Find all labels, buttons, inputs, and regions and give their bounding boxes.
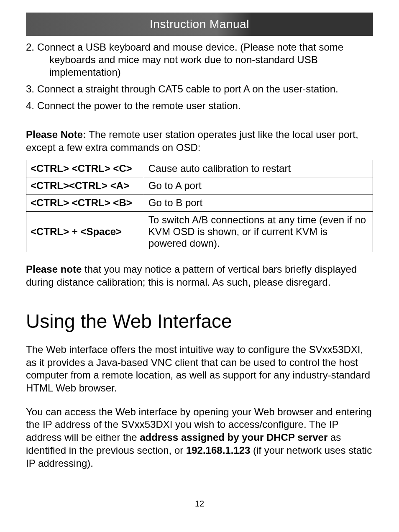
para2-bold2: 192.168.1.123 bbox=[186, 445, 250, 456]
paragraph-2: You can access the Web interface by open… bbox=[26, 406, 373, 470]
paragraph-1: The Web interface offers the most intuit… bbox=[26, 343, 373, 395]
note-1: Please Note: The remote user station ope… bbox=[26, 128, 373, 154]
step-2-line2: keyboards and mice may not work due to n… bbox=[38, 54, 318, 65]
para2-bold1: address assigned by your DHCP server bbox=[140, 432, 327, 443]
cmd-cell: <CTRL> <CTRL> <B> bbox=[26, 194, 144, 212]
table-row: <CTRL><CTRL> <A> Go to A port bbox=[26, 177, 373, 194]
page-number: 12 bbox=[26, 499, 373, 509]
note-1-label: Please Note: bbox=[26, 129, 86, 140]
cmd-cell: <CTRL><CTRL> <A> bbox=[26, 177, 144, 194]
steps-list: 2. Connect a USB keyboard and mouse devi… bbox=[26, 41, 373, 112]
section-heading: Using the Web Interface bbox=[26, 310, 373, 332]
step-4: 4. Connect the power to the remote user … bbox=[26, 100, 373, 112]
header-banner: Instruction Manual bbox=[26, 13, 373, 36]
step-2-line3: implementation) bbox=[38, 66, 121, 78]
step-2: 2. Connect a USB keyboard and mouse devi… bbox=[26, 41, 373, 79]
step-2-num: 2. bbox=[26, 41, 37, 53]
commands-table: <CTRL> <CTRL> <C> Cause auto calibration… bbox=[26, 160, 373, 252]
table-row: <CTRL> <CTRL> <C> Cause auto calibration… bbox=[26, 160, 373, 177]
desc-cell: Go to A port bbox=[144, 177, 373, 194]
table-row: <CTRL> + <Space> To switch A/B connectio… bbox=[26, 212, 373, 252]
page-content: 2. Connect a USB keyboard and mouse devi… bbox=[0, 41, 399, 509]
note-2: Please note that you may notice a patter… bbox=[26, 263, 373, 289]
desc-cell: To switch A/B connections at any time (e… bbox=[144, 212, 373, 252]
table-row: <CTRL> <CTRL> <B> Go to B port bbox=[26, 194, 373, 212]
desc-cell: Go to B port bbox=[144, 194, 373, 212]
note-2-label: Please note bbox=[26, 263, 82, 275]
step-2-text-1: Connect a USB keyboard and mouse device.… bbox=[37, 41, 343, 53]
cmd-cell: <CTRL> <CTRL> <C> bbox=[26, 160, 144, 177]
cmd-cell: <CTRL> + <Space> bbox=[26, 212, 144, 252]
step-2-line1: 2. Connect a USB keyboard and mouse devi… bbox=[26, 41, 343, 53]
desc-cell: Cause auto calibration to restart bbox=[144, 160, 373, 177]
step-3: 3. Connect a straight through CAT5 cable… bbox=[26, 83, 373, 95]
